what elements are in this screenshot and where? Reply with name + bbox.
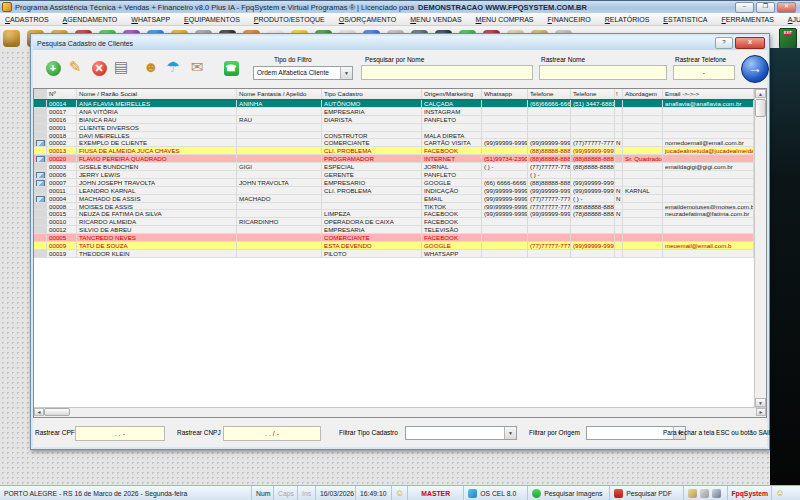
grid-cell[interactable]: INTERNET xyxy=(422,155,482,162)
column-header[interactable]: Whatsapp xyxy=(482,89,528,99)
grid-cell[interactable] xyxy=(623,163,663,170)
column-header[interactable]: Abordagem xyxy=(623,89,663,99)
track-name-input[interactable] xyxy=(539,65,667,80)
grid-cell[interactable] xyxy=(571,108,615,115)
print-button[interactable]: ▤ xyxy=(109,54,133,80)
table-row[interactable]: 00010RICARDO ALMEIDARICARDINHOOPERADORA … xyxy=(34,218,754,226)
table-row[interactable]: 00015NEUZA DE FATIMA DA SILVALIMPEZAFACE… xyxy=(34,210,754,218)
grid-cell[interactable]: 00003 xyxy=(47,163,77,170)
grid-cell[interactable]: NEUZA DE FATIMA DA SILVA xyxy=(77,210,237,217)
grid-cell[interactable]: ESTA DEVENDO xyxy=(322,242,422,249)
grid-cell[interactable] xyxy=(623,132,663,139)
grid-cell[interactable] xyxy=(237,203,322,210)
table-row[interactable]: 00003GISELE BUNDCHENGIGIESPECIALJORNAL( … xyxy=(34,163,754,171)
grid-cell[interactable] xyxy=(237,226,322,233)
grid-cell[interactable] xyxy=(663,116,754,123)
grid-cell[interactable]: CALÇADA xyxy=(422,100,482,107)
chevron-down-icon[interactable]: ▼ xyxy=(340,67,352,79)
table-row[interactable]: 00018DAVI MEIRELLESCONSTRUTORMALA DIRETA xyxy=(34,132,754,140)
grid-cell[interactable] xyxy=(615,132,623,139)
track-phone-input[interactable]: - xyxy=(673,65,735,80)
grid-cell[interactable]: 00007 xyxy=(47,179,77,186)
grid-cell[interactable]: ANINHA xyxy=(237,100,322,107)
grid-cell[interactable] xyxy=(237,132,322,139)
menu-item-equipamentos[interactable]: EQUIPAMENTOS xyxy=(184,16,240,23)
grid-cell[interactable]: ( ) - xyxy=(482,163,528,170)
grid-cell[interactable]: CLI. PROBLEMA xyxy=(322,147,422,154)
grid-cell[interactable]: EMPRESARIO xyxy=(322,179,422,186)
menu-item-financeiro[interactable]: FINANCEIRO xyxy=(548,16,591,23)
grid-cell[interactable]: (66) 6666-6666 xyxy=(482,179,528,186)
grid-cell[interactable] xyxy=(663,218,754,225)
grid-cell[interactable]: N xyxy=(615,210,623,217)
grid-cell[interactable]: EMPRESARIA xyxy=(322,108,422,115)
cpf-input[interactable]: . . - xyxy=(75,426,165,441)
grid-cell[interactable] xyxy=(482,226,528,233)
grid-cell[interactable]: CONSTRUTOR xyxy=(322,132,422,139)
grid-cell[interactable] xyxy=(663,124,754,131)
grid-cell[interactable]: emaildemoiuses@moises.com.b xyxy=(663,203,754,210)
close-button[interactable]: ✕ xyxy=(777,2,796,13)
client-window-titlebar[interactable]: Pesquisa Cadastro de Clientes ? X xyxy=(33,36,767,50)
grid-cell[interactable]: OPERADORA DE CAIXA xyxy=(322,218,422,225)
menu-item-os-or-amento[interactable]: OS/ORÇAMENTO xyxy=(339,16,396,23)
grid-cell[interactable] xyxy=(615,226,623,233)
grid-cell[interactable]: 00004 xyxy=(47,195,77,202)
grid-cell[interactable] xyxy=(663,155,754,162)
grid-cell[interactable]: MOISES DE ASSIS xyxy=(77,203,237,210)
grid-cell[interactable]: EXEMPLO DE CLIENTE xyxy=(77,139,237,146)
grid-cell[interactable]: (66)66666-6666 xyxy=(528,100,571,107)
grid-cell[interactable] xyxy=(528,132,571,139)
grid-cell[interactable]: COMERCIANTE xyxy=(322,234,422,241)
grid-cell[interactable]: (78)88888-8888 xyxy=(571,210,615,217)
column-header[interactable]: Telefone xyxy=(571,89,615,99)
grid-cell[interactable] xyxy=(237,250,322,257)
grid-cell[interactable]: (88)88888-8888 xyxy=(571,203,615,210)
grid-cell[interactable] xyxy=(571,116,615,123)
grid-cell[interactable] xyxy=(615,116,623,123)
grid-cell[interactable] xyxy=(623,124,663,131)
grid-cell[interactable] xyxy=(615,108,623,115)
grid-cell[interactable] xyxy=(482,132,528,139)
grid-cell[interactable]: 00017 xyxy=(47,108,77,115)
grid-cell[interactable]: FACEBOOK xyxy=(422,234,482,241)
table-row[interactable]: 00008MOISES DE ASSISTIKTOK(99)99999-9999… xyxy=(34,203,754,211)
grid-cell[interactable]: (77)77777-7777 xyxy=(528,242,571,249)
grid-cell[interactable]: FIUSA DE ALMEIDA JUCA CHAVES xyxy=(77,147,237,154)
grid-cell[interactable]: ESPECIAL xyxy=(322,163,422,170)
table-row[interactable]: 00009TATU DE SOUZAESTA DEVENDOGOOGLE(77)… xyxy=(34,242,754,250)
column-header[interactable]: Tipo Cadastro xyxy=(322,89,422,99)
grid-cell[interactable] xyxy=(571,250,615,257)
grid-cell[interactable]: COMERCIANTE xyxy=(322,139,422,146)
grid-cell[interactable]: MACHADO xyxy=(237,195,322,202)
grid-cell[interactable]: (88)88888-8888 xyxy=(528,147,571,154)
grid-cell[interactable]: (77)77777-7777 xyxy=(528,195,571,202)
grid-cell[interactable]: PANFLETO xyxy=(422,116,482,123)
menu-item-menu-vendas[interactable]: MENU VENDAS xyxy=(410,16,461,23)
grid-cell[interactable]: CLIENTE DIVERSOS xyxy=(77,124,237,131)
table-row[interactable]: 00002EXEMPLO DE CLIENTECOMERCIANTECARTÃO… xyxy=(34,139,754,147)
menu-item-cadastros[interactable]: CADASTROS xyxy=(5,16,49,23)
grid-cell[interactable]: INDICAÇÃO xyxy=(422,187,482,194)
grid-cell[interactable] xyxy=(615,124,623,131)
grid-cell[interactable] xyxy=(237,234,322,241)
grid-cell[interactable]: JOHN JOSEPH TRAVOLTA xyxy=(77,179,237,186)
grid-cell[interactable] xyxy=(663,234,754,241)
grid-cell[interactable] xyxy=(571,218,615,225)
search-pdf-button[interactable]: Pesquisar PDF xyxy=(610,486,684,500)
grid-cell[interactable] xyxy=(663,195,754,202)
grid-cell[interactable] xyxy=(528,234,571,241)
grid-cell[interactable]: FACEBOOK xyxy=(422,218,482,225)
grid-cell[interactable]: ( ) - xyxy=(528,171,571,178)
grid-cell[interactable] xyxy=(528,218,571,225)
grid-cell[interactable]: TELEVISÃO xyxy=(422,226,482,233)
grid-cell[interactable] xyxy=(663,108,754,115)
table-row[interactable]: 00019THEODOR KLEINPILOTOWHATSAPP xyxy=(34,250,754,258)
grid-cell[interactable]: WHATSAPP xyxy=(422,250,482,257)
scroll-down-icon[interactable]: ▼ xyxy=(755,398,766,407)
grid-cell[interactable]: GOOGLE xyxy=(422,179,482,186)
grid-cell[interactable]: ANA VITÓRIA xyxy=(77,108,237,115)
grid-cell[interactable] xyxy=(623,171,663,178)
grid-cell[interactable] xyxy=(623,147,663,154)
grid-cell[interactable]: JORNAL xyxy=(422,163,482,170)
